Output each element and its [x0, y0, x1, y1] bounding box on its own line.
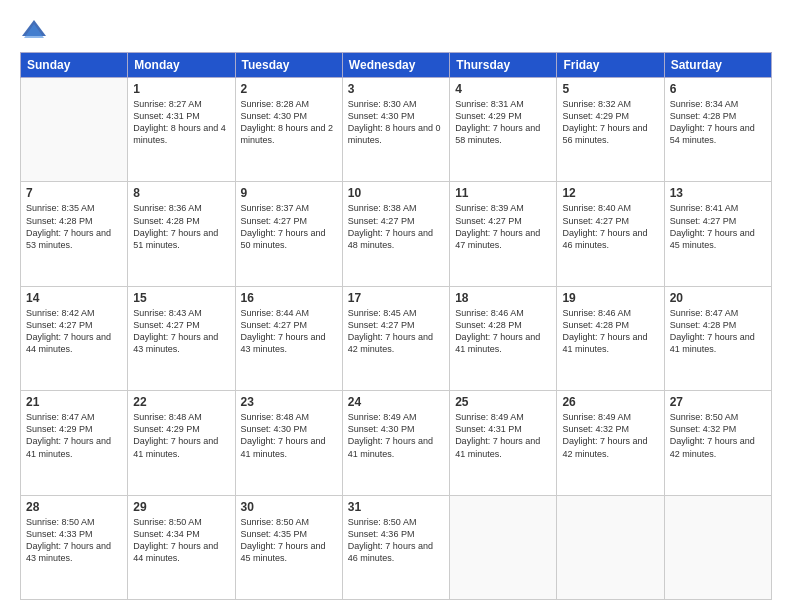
calendar-cell: 26Sunrise: 8:49 AMSunset: 4:32 PMDayligh… [557, 391, 664, 495]
day-number: 25 [455, 395, 551, 409]
day-number: 28 [26, 500, 122, 514]
day-number: 31 [348, 500, 444, 514]
calendar-cell: 14Sunrise: 8:42 AMSunset: 4:27 PMDayligh… [21, 286, 128, 390]
day-number: 10 [348, 186, 444, 200]
week-row-4: 28Sunrise: 8:50 AMSunset: 4:33 PMDayligh… [21, 495, 772, 599]
day-number: 21 [26, 395, 122, 409]
cell-info: Sunrise: 8:49 AMSunset: 4:32 PMDaylight:… [562, 411, 658, 460]
cell-info: Sunrise: 8:41 AMSunset: 4:27 PMDaylight:… [670, 202, 766, 251]
cell-info: Sunrise: 8:44 AMSunset: 4:27 PMDaylight:… [241, 307, 337, 356]
cell-info: Sunrise: 8:45 AMSunset: 4:27 PMDaylight:… [348, 307, 444, 356]
calendar-cell: 28Sunrise: 8:50 AMSunset: 4:33 PMDayligh… [21, 495, 128, 599]
calendar-table: SundayMondayTuesdayWednesdayThursdayFrid… [20, 52, 772, 600]
calendar-cell: 1Sunrise: 8:27 AMSunset: 4:31 PMDaylight… [128, 78, 235, 182]
day-number: 9 [241, 186, 337, 200]
calendar-header: SundayMondayTuesdayWednesdayThursdayFrid… [21, 53, 772, 78]
cell-info: Sunrise: 8:50 AMSunset: 4:33 PMDaylight:… [26, 516, 122, 565]
calendar-cell: 3Sunrise: 8:30 AMSunset: 4:30 PMDaylight… [342, 78, 449, 182]
cell-info: Sunrise: 8:34 AMSunset: 4:28 PMDaylight:… [670, 98, 766, 147]
calendar-cell [21, 78, 128, 182]
calendar-cell [664, 495, 771, 599]
cell-info: Sunrise: 8:36 AMSunset: 4:28 PMDaylight:… [133, 202, 229, 251]
calendar-cell: 15Sunrise: 8:43 AMSunset: 4:27 PMDayligh… [128, 286, 235, 390]
day-number: 6 [670, 82, 766, 96]
header-row: SundayMondayTuesdayWednesdayThursdayFrid… [21, 53, 772, 78]
cell-info: Sunrise: 8:32 AMSunset: 4:29 PMDaylight:… [562, 98, 658, 147]
calendar-cell: 30Sunrise: 8:50 AMSunset: 4:35 PMDayligh… [235, 495, 342, 599]
day-number: 19 [562, 291, 658, 305]
calendar-cell: 19Sunrise: 8:46 AMSunset: 4:28 PMDayligh… [557, 286, 664, 390]
calendar-cell: 25Sunrise: 8:49 AMSunset: 4:31 PMDayligh… [450, 391, 557, 495]
day-number: 26 [562, 395, 658, 409]
calendar-cell: 22Sunrise: 8:48 AMSunset: 4:29 PMDayligh… [128, 391, 235, 495]
page: SundayMondayTuesdayWednesdayThursdayFrid… [0, 0, 792, 612]
cell-info: Sunrise: 8:27 AMSunset: 4:31 PMDaylight:… [133, 98, 229, 147]
day-number: 30 [241, 500, 337, 514]
day-number: 17 [348, 291, 444, 305]
header-cell-monday: Monday [128, 53, 235, 78]
week-row-2: 14Sunrise: 8:42 AMSunset: 4:27 PMDayligh… [21, 286, 772, 390]
calendar-cell: 12Sunrise: 8:40 AMSunset: 4:27 PMDayligh… [557, 182, 664, 286]
cell-info: Sunrise: 8:50 AMSunset: 4:32 PMDaylight:… [670, 411, 766, 460]
day-number: 22 [133, 395, 229, 409]
calendar-cell: 4Sunrise: 8:31 AMSunset: 4:29 PMDaylight… [450, 78, 557, 182]
cell-info: Sunrise: 8:38 AMSunset: 4:27 PMDaylight:… [348, 202, 444, 251]
cell-info: Sunrise: 8:39 AMSunset: 4:27 PMDaylight:… [455, 202, 551, 251]
calendar-cell: 10Sunrise: 8:38 AMSunset: 4:27 PMDayligh… [342, 182, 449, 286]
calendar-cell: 8Sunrise: 8:36 AMSunset: 4:28 PMDaylight… [128, 182, 235, 286]
header-cell-sunday: Sunday [21, 53, 128, 78]
calendar-cell: 21Sunrise: 8:47 AMSunset: 4:29 PMDayligh… [21, 391, 128, 495]
calendar-cell: 11Sunrise: 8:39 AMSunset: 4:27 PMDayligh… [450, 182, 557, 286]
cell-info: Sunrise: 8:37 AMSunset: 4:27 PMDaylight:… [241, 202, 337, 251]
day-number: 18 [455, 291, 551, 305]
day-number: 15 [133, 291, 229, 305]
calendar-cell: 9Sunrise: 8:37 AMSunset: 4:27 PMDaylight… [235, 182, 342, 286]
calendar-cell: 31Sunrise: 8:50 AMSunset: 4:36 PMDayligh… [342, 495, 449, 599]
header-cell-wednesday: Wednesday [342, 53, 449, 78]
cell-info: Sunrise: 8:42 AMSunset: 4:27 PMDaylight:… [26, 307, 122, 356]
calendar-cell: 5Sunrise: 8:32 AMSunset: 4:29 PMDaylight… [557, 78, 664, 182]
calendar-cell: 18Sunrise: 8:46 AMSunset: 4:28 PMDayligh… [450, 286, 557, 390]
cell-info: Sunrise: 8:49 AMSunset: 4:30 PMDaylight:… [348, 411, 444, 460]
calendar-cell: 6Sunrise: 8:34 AMSunset: 4:28 PMDaylight… [664, 78, 771, 182]
calendar-cell: 2Sunrise: 8:28 AMSunset: 4:30 PMDaylight… [235, 78, 342, 182]
cell-info: Sunrise: 8:46 AMSunset: 4:28 PMDaylight:… [455, 307, 551, 356]
day-number: 12 [562, 186, 658, 200]
cell-info: Sunrise: 8:50 AMSunset: 4:34 PMDaylight:… [133, 516, 229, 565]
day-number: 5 [562, 82, 658, 96]
calendar-cell [450, 495, 557, 599]
calendar-cell: 24Sunrise: 8:49 AMSunset: 4:30 PMDayligh… [342, 391, 449, 495]
calendar-cell: 7Sunrise: 8:35 AMSunset: 4:28 PMDaylight… [21, 182, 128, 286]
cell-info: Sunrise: 8:46 AMSunset: 4:28 PMDaylight:… [562, 307, 658, 356]
day-number: 4 [455, 82, 551, 96]
header-cell-thursday: Thursday [450, 53, 557, 78]
day-number: 29 [133, 500, 229, 514]
calendar-cell [557, 495, 664, 599]
calendar-cell: 17Sunrise: 8:45 AMSunset: 4:27 PMDayligh… [342, 286, 449, 390]
day-number: 3 [348, 82, 444, 96]
cell-info: Sunrise: 8:31 AMSunset: 4:29 PMDaylight:… [455, 98, 551, 147]
cell-info: Sunrise: 8:48 AMSunset: 4:29 PMDaylight:… [133, 411, 229, 460]
logo-icon [20, 16, 48, 44]
day-number: 11 [455, 186, 551, 200]
day-number: 20 [670, 291, 766, 305]
cell-info: Sunrise: 8:30 AMSunset: 4:30 PMDaylight:… [348, 98, 444, 147]
day-number: 23 [241, 395, 337, 409]
day-number: 24 [348, 395, 444, 409]
cell-info: Sunrise: 8:40 AMSunset: 4:27 PMDaylight:… [562, 202, 658, 251]
day-number: 1 [133, 82, 229, 96]
header-cell-saturday: Saturday [664, 53, 771, 78]
day-number: 13 [670, 186, 766, 200]
cell-info: Sunrise: 8:43 AMSunset: 4:27 PMDaylight:… [133, 307, 229, 356]
cell-info: Sunrise: 8:47 AMSunset: 4:28 PMDaylight:… [670, 307, 766, 356]
calendar-cell: 20Sunrise: 8:47 AMSunset: 4:28 PMDayligh… [664, 286, 771, 390]
cell-info: Sunrise: 8:50 AMSunset: 4:36 PMDaylight:… [348, 516, 444, 565]
cell-info: Sunrise: 8:48 AMSunset: 4:30 PMDaylight:… [241, 411, 337, 460]
logo [20, 16, 52, 44]
cell-info: Sunrise: 8:35 AMSunset: 4:28 PMDaylight:… [26, 202, 122, 251]
cell-info: Sunrise: 8:50 AMSunset: 4:35 PMDaylight:… [241, 516, 337, 565]
day-number: 14 [26, 291, 122, 305]
calendar-cell: 16Sunrise: 8:44 AMSunset: 4:27 PMDayligh… [235, 286, 342, 390]
header-cell-tuesday: Tuesday [235, 53, 342, 78]
calendar-body: 1Sunrise: 8:27 AMSunset: 4:31 PMDaylight… [21, 78, 772, 600]
